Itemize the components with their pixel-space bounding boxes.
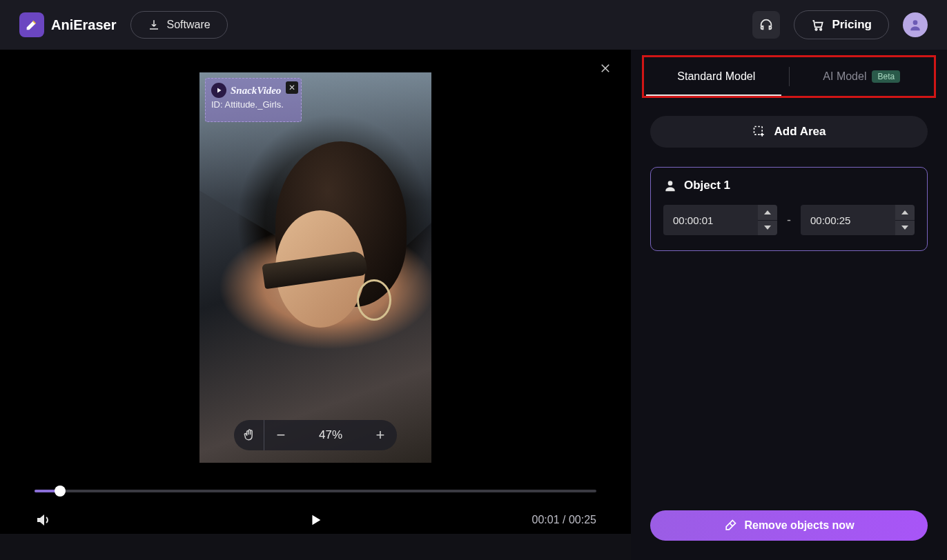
logo-block: AniEraser	[19, 12, 117, 37]
pricing-label: Pricing	[832, 18, 872, 32]
add-area-button[interactable]: Add Area	[650, 116, 928, 148]
start-time-field[interactable]: 00:00:01	[663, 205, 777, 235]
zoom-out-button[interactable]: −	[264, 426, 297, 444]
end-time-value[interactable]: 00:00:25	[801, 205, 895, 235]
remove-objects-button[interactable]: Remove objects now	[650, 510, 928, 541]
close-preview-button[interactable]	[599, 62, 612, 74]
app-logo-icon	[19, 12, 44, 37]
eraser-icon	[723, 519, 737, 532]
video-preview-area: ✕ SnackVideo ID: Attitude._Girls.	[0, 50, 631, 560]
end-time-up[interactable]	[895, 205, 915, 221]
watermark-brand-icon	[211, 83, 226, 98]
tab-standard-model[interactable]: Standard Model	[644, 57, 789, 96]
person-icon	[908, 18, 922, 32]
pan-tool-button[interactable]	[234, 420, 264, 450]
remove-label: Remove objects now	[744, 519, 854, 532]
svg-point-4	[668, 181, 673, 186]
playback-controls: 00:01 / 00:25	[0, 492, 631, 534]
software-label: Software	[167, 19, 211, 31]
play-icon	[308, 512, 323, 528]
watermark-id: ID: Attitude._Girls.	[206, 99, 301, 114]
start-time-up[interactable]	[758, 205, 777, 221]
watermark-brand: SnackVideo	[231, 85, 281, 97]
video-still	[199, 72, 431, 463]
video-frame[interactable]: ✕ SnackVideo ID: Attitude._Girls.	[199, 72, 431, 463]
support-button[interactable]	[752, 11, 780, 39]
object-icon	[663, 179, 677, 192]
svg-point-0	[816, 28, 818, 30]
zoom-value: 47%	[297, 428, 364, 442]
headset-icon	[759, 17, 774, 32]
bottom-strip	[0, 534, 631, 560]
start-time-down[interactable]	[758, 221, 777, 236]
watermark-selection[interactable]: ✕ SnackVideo ID: Attitude._Girls.	[205, 78, 302, 122]
pricing-button[interactable]: Pricing	[794, 10, 889, 39]
hand-icon	[242, 428, 256, 442]
start-time-value[interactable]: 00:00:01	[663, 205, 758, 235]
zoom-controls: − 47% +	[234, 420, 397, 450]
duration: 00:25	[569, 514, 596, 526]
object-title: Object 1	[684, 179, 730, 192]
current-time: 00:01	[532, 514, 560, 526]
beta-badge: Beta	[872, 70, 900, 83]
svg-point-1	[820, 28, 822, 30]
software-button[interactable]: Software	[130, 11, 228, 39]
side-panel: Standard Model AI Model Beta Add Area	[631, 50, 947, 560]
timeline-row	[0, 486, 631, 492]
add-area-icon	[752, 125, 766, 139]
object-card: Object 1 00:00:01	[650, 167, 928, 251]
time-display: 00:01 / 00:25	[532, 514, 596, 526]
download-icon	[148, 19, 160, 31]
svg-rect-3	[754, 127, 762, 135]
time-dash: -	[787, 213, 791, 228]
app-header: AniEraser Software Pricing	[0, 0, 947, 50]
watermark-close-button[interactable]: ✕	[286, 81, 298, 94]
model-tabs-highlight: Standard Model AI Model Beta	[642, 55, 936, 98]
user-avatar[interactable]	[903, 12, 928, 37]
zoom-in-button[interactable]: +	[364, 426, 397, 444]
add-area-label: Add Area	[774, 125, 826, 139]
tab-underline	[646, 94, 781, 96]
tab-ai-model[interactable]: AI Model Beta	[790, 57, 935, 96]
play-button[interactable]	[308, 512, 323, 528]
end-time-field[interactable]: 00:00:25	[801, 205, 915, 235]
svg-point-2	[913, 20, 918, 25]
video-container: ✕ SnackVideo ID: Attitude._Girls.	[0, 50, 631, 486]
app-name: AniEraser	[51, 17, 117, 33]
end-time-down[interactable]	[895, 221, 915, 236]
volume-icon	[35, 512, 51, 528]
volume-button[interactable]	[35, 512, 51, 528]
cart-icon	[811, 18, 825, 32]
